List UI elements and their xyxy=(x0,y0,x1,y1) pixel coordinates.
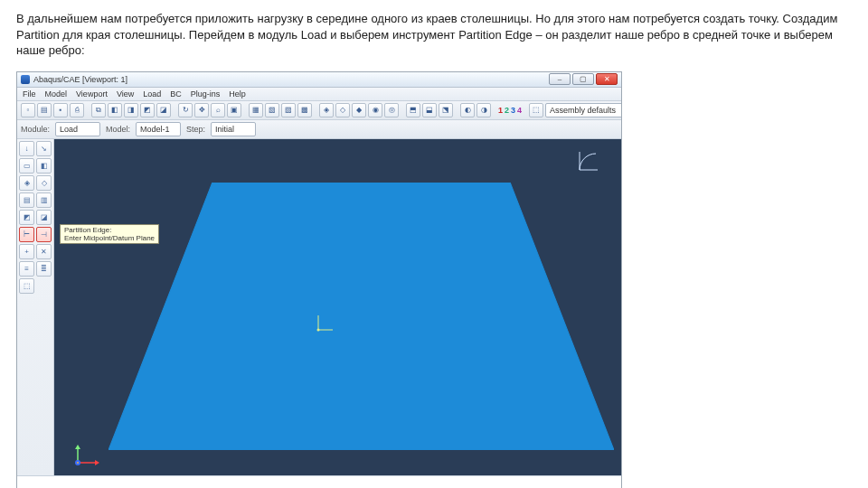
partition-edge-midpoint-button[interactable]: ⊣ xyxy=(36,227,52,242)
menu-help[interactable]: Help xyxy=(229,89,246,99)
tool-icon[interactable]: ◉ xyxy=(368,103,382,117)
toolbox-btn[interactable]: ◩ xyxy=(19,210,34,225)
fit-icon[interactable]: ▣ xyxy=(227,103,241,117)
maximize-button[interactable]: ▢ xyxy=(572,73,594,85)
titlebar: Abaqus/CAE [Viewport: 1] – ▢ ✕ xyxy=(17,72,621,88)
step-label: Step: xyxy=(186,125,205,134)
close-button[interactable]: ✕ xyxy=(596,73,618,85)
assembly-defaults-field[interactable]: Assembly defaults xyxy=(545,103,621,117)
tool-icon[interactable]: ◈ xyxy=(319,103,334,117)
view-2[interactable]: 2 xyxy=(505,105,509,116)
open-icon[interactable]: ▤ xyxy=(37,103,52,117)
module-toolbox: ↓↘ ▭◧ ◈◇ ▤▥ ◩◪ ⊢⊣ +✕ ≡≣ ⬚ xyxy=(17,139,54,475)
svg-marker-2 xyxy=(108,183,614,450)
tool-icon[interactable]: ⬚ xyxy=(529,103,543,117)
toolbox-btn[interactable]: ▭ xyxy=(19,158,34,174)
print-icon[interactable]: ⎙ xyxy=(70,103,84,117)
new-icon[interactable]: ▫ xyxy=(21,103,35,117)
rotate-icon[interactable]: ↻ xyxy=(178,103,193,117)
global-triad-icon xyxy=(72,443,103,468)
menu-viewport[interactable]: Viewport xyxy=(76,89,108,99)
datum-csys-icon xyxy=(315,314,335,333)
toolbox-btn[interactable]: ↘ xyxy=(36,141,52,156)
tool-icon[interactable]: ◧ xyxy=(108,103,122,117)
menu-load[interactable]: Load xyxy=(143,89,161,99)
view-icon[interactable]: ▨ xyxy=(281,103,296,117)
menu-file[interactable]: File xyxy=(23,89,36,99)
view-1[interactable]: 1 xyxy=(498,105,503,116)
view-3[interactable]: 3 xyxy=(511,105,515,116)
svg-marker-9 xyxy=(95,460,99,465)
toolbox-btn[interactable]: ≡ xyxy=(19,261,34,277)
tool-icon[interactable]: ⬔ xyxy=(439,103,453,117)
view-icon[interactable]: ▧ xyxy=(265,103,279,117)
menu-plugins[interactable]: Plug-ins xyxy=(191,89,221,99)
instruction-text: В дальнейшем нам потребуется приложить н… xyxy=(16,11,852,59)
tool-icon[interactable]: ◑ xyxy=(476,103,491,117)
toolbox-btn[interactable]: + xyxy=(19,244,34,259)
tool-icon[interactable]: ◪ xyxy=(156,103,171,117)
toolbox-btn[interactable]: ⬚ xyxy=(19,278,34,294)
tool-icon[interactable]: ⧉ xyxy=(91,103,106,117)
pan-icon[interactable]: ✥ xyxy=(194,103,209,117)
model-label: Model: xyxy=(106,125,130,134)
tool-icon[interactable]: ◐ xyxy=(460,103,475,117)
context-bar: Module: Load Model: Model-1 Step: Initia… xyxy=(17,120,621,139)
view-icon[interactable]: ▦ xyxy=(249,103,263,117)
svg-marker-7 xyxy=(75,445,80,449)
orientation-triad-icon xyxy=(574,148,601,175)
model-geometry[interactable] xyxy=(108,183,614,450)
menu-bc[interactable]: BC xyxy=(170,89,182,99)
tool-icon[interactable]: ◩ xyxy=(140,103,155,117)
toolbox-btn[interactable]: ◧ xyxy=(36,158,52,174)
main-toolbar: ▫ ▤ ▪ ⎙ ⧉ ◧ ◨ ◩ ◪ ↻ ✥ ⌕ ▣ ▦ ▧ ▨ ▩ ◈ ◇ ◆ … xyxy=(17,101,621,120)
menu-model[interactable]: Model xyxy=(45,89,68,99)
toolbox-btn[interactable]: ≣ xyxy=(36,261,52,277)
step-field[interactable]: Initial xyxy=(211,122,256,136)
toolbox-btn[interactable]: ✕ xyxy=(36,244,52,259)
toolbox-btn[interactable]: ▤ xyxy=(19,192,34,208)
view-icon[interactable]: ▩ xyxy=(297,103,312,117)
tool-icon[interactable]: ◎ xyxy=(384,103,399,117)
viewport[interactable]: Partition Edge: Enter Midpoint/Datum Pla… xyxy=(54,139,621,475)
module-field[interactable]: Load xyxy=(55,122,100,136)
tool-icon[interactable]: ◆ xyxy=(352,103,366,117)
tool-icon[interactable]: ◇ xyxy=(335,103,350,117)
toolbox-btn[interactable]: ↓ xyxy=(19,141,34,156)
menubar: File Model Viewport View Load BC Plug-in… xyxy=(17,88,621,101)
partition-edge-button[interactable]: ⊢ xyxy=(19,227,34,242)
save-icon[interactable]: ▪ xyxy=(53,103,68,117)
svg-point-5 xyxy=(317,329,320,332)
module-label: Module: xyxy=(21,125,50,134)
message-area xyxy=(17,475,621,488)
zoom-icon[interactable]: ⌕ xyxy=(211,103,225,117)
svg-point-11 xyxy=(77,462,79,464)
minimize-button[interactable]: – xyxy=(549,73,571,85)
tool-icon[interactable]: ⬒ xyxy=(406,103,420,117)
toolbox-btn[interactable]: ▥ xyxy=(36,192,52,208)
tool-icon[interactable]: ◨ xyxy=(124,103,138,117)
toolbox-btn[interactable]: ◈ xyxy=(19,175,34,191)
toolbox-btn[interactable]: ◪ xyxy=(36,210,52,225)
window-title: Abaqus/CAE [Viewport: 1] xyxy=(33,75,127,84)
abaqus-window: Abaqus/CAE [Viewport: 1] – ▢ ✕ File Mode… xyxy=(16,71,622,488)
view-4[interactable]: 4 xyxy=(517,105,522,116)
work-area: ↓↘ ▭◧ ◈◇ ▤▥ ◩◪ ⊢⊣ +✕ ≡≣ ⬚ Partition Edge… xyxy=(17,139,621,475)
model-field[interactable]: Model-1 xyxy=(136,122,181,136)
toolbox-btn[interactable]: ◇ xyxy=(36,175,52,191)
menu-view[interactable]: View xyxy=(117,89,134,99)
app-icon xyxy=(21,75,30,84)
tool-icon[interactable]: ⬓ xyxy=(422,103,437,117)
